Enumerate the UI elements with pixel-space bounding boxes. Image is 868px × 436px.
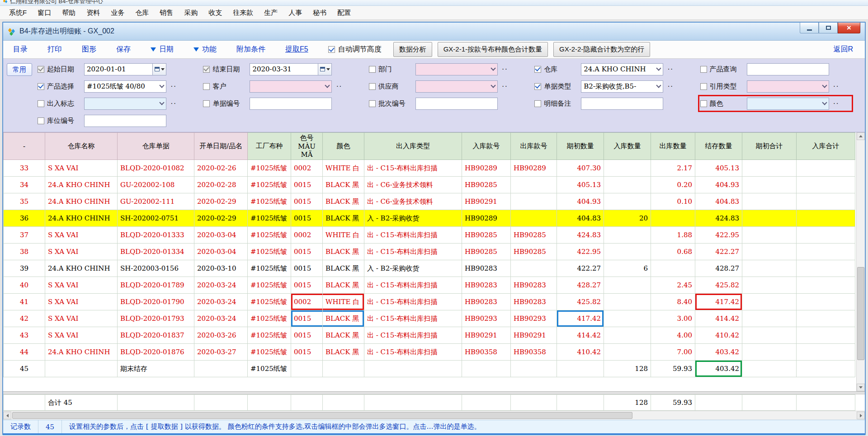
- cell[interactable]: BLACK 黑: [323, 344, 364, 361]
- cell[interactable]: BLACK 黑: [323, 210, 364, 227]
- scroll-up-button[interactable]: [857, 132, 865, 140]
- cell[interactable]: SH-202003-0156: [118, 260, 194, 277]
- toolbar-link[interactable]: 打印: [47, 45, 62, 54]
- column-header[interactable]: 入库合计: [797, 133, 855, 160]
- more-options-button[interactable]: ··: [502, 65, 508, 74]
- column-header[interactable]: 开单日期/品名: [194, 133, 248, 160]
- cell[interactable]: [364, 361, 462, 377]
- more-options-button[interactable]: ··: [833, 99, 839, 108]
- cell[interactable]: [194, 361, 248, 377]
- cell[interactable]: 2020-03-10: [194, 260, 248, 277]
- row-number[interactable]: 34: [4, 177, 45, 193]
- cell[interactable]: S XA VAI: [45, 244, 118, 260]
- cell[interactable]: [511, 193, 557, 210]
- cell[interactable]: 428.27: [557, 277, 604, 294]
- row-number[interactable]: 33: [4, 160, 45, 177]
- cell[interactable]: #1025纸皱: [248, 210, 291, 227]
- cell[interactable]: 404.83: [695, 193, 742, 210]
- cell[interactable]: S XA VAI: [45, 310, 118, 327]
- start-date-date-field[interactable]: 2020-01-01: [84, 63, 166, 75]
- cell[interactable]: [742, 361, 797, 377]
- cell[interactable]: [797, 160, 855, 177]
- cell[interactable]: HB90358: [462, 344, 511, 361]
- more-options-button[interactable]: ··: [667, 82, 673, 91]
- cell[interactable]: BLQD-2020-01082: [118, 160, 194, 177]
- cell[interactable]: #1025纸皱: [248, 160, 291, 177]
- cell[interactable]: 2020-03-24: [194, 310, 248, 327]
- cell[interactable]: HB90285: [462, 244, 511, 260]
- cell[interactable]: 422.95: [695, 227, 742, 244]
- cell[interactable]: [511, 177, 557, 193]
- cell[interactable]: 8.40: [651, 294, 695, 310]
- cell[interactable]: BLQD-2020-01837: [118, 327, 194, 344]
- cell[interactable]: 417.42: [557, 310, 604, 327]
- table-row[interactable]: 37S XA VAIBLQD-2020-013332020-03-04#1025…: [4, 227, 855, 244]
- cell[interactable]: 2020-02-29: [194, 193, 248, 210]
- cell[interactable]: GU-202002-111: [118, 193, 194, 210]
- cell[interactable]: #1025纸皱: [248, 294, 291, 310]
- toolbar-link[interactable]: 返回R: [833, 45, 853, 54]
- cell[interactable]: [604, 244, 651, 260]
- cell[interactable]: 出 - C15-布料出库扫描: [364, 310, 462, 327]
- cell[interactable]: #1025纸皱: [248, 327, 291, 344]
- table-row[interactable]: 45期末结存#1025纸皱12859.93403.42: [4, 361, 855, 377]
- cell[interactable]: #1025纸皱: [248, 177, 291, 193]
- cell[interactable]: 59.93: [651, 361, 695, 377]
- cell[interactable]: 2020-03-27: [194, 344, 248, 361]
- cell[interactable]: 425.82: [557, 294, 604, 310]
- cell[interactable]: 出 - C15-布料出库扫描: [364, 327, 462, 344]
- cell[interactable]: [45, 361, 118, 377]
- cell[interactable]: 0015: [291, 260, 323, 277]
- cell[interactable]: 出 - C15-布料出库扫描: [364, 227, 462, 244]
- cell[interactable]: HB90283: [511, 277, 557, 294]
- cell[interactable]: [742, 310, 797, 327]
- checkbox-icon[interactable]: [38, 117, 44, 124]
- cell[interactable]: 20: [604, 210, 651, 227]
- cell[interactable]: HB90289: [511, 160, 557, 177]
- cell[interactable]: 2020-03-26: [194, 327, 248, 344]
- column-header[interactable]: 入库款号: [462, 133, 511, 160]
- row-number[interactable]: 35: [4, 193, 45, 210]
- close-button[interactable]: ×: [838, 23, 860, 33]
- cell[interactable]: S XA VAI: [45, 160, 118, 177]
- table-row[interactable]: 4424.A KHO CHINHBLQD-2020-018762020-03-2…: [4, 344, 855, 361]
- cell[interactable]: 2020-02-29: [194, 210, 248, 227]
- cell[interactable]: 0.20: [651, 177, 695, 193]
- cell[interactable]: [604, 327, 651, 344]
- cell[interactable]: 410.42: [557, 344, 604, 361]
- cell[interactable]: [797, 227, 855, 244]
- checkbox-icon[interactable]: [369, 100, 376, 107]
- cell[interactable]: [797, 260, 855, 277]
- more-options-button[interactable]: ··: [170, 82, 176, 91]
- menu-item[interactable]: 配置: [332, 7, 356, 19]
- table-row[interactable]: 41S XA VAIBLQD-2020-017902020-03-24#1025…: [4, 294, 855, 310]
- menu-item[interactable]: 采购: [179, 7, 203, 19]
- more-options-button[interactable]: ··: [336, 82, 342, 91]
- cell[interactable]: 2020-02-26: [194, 160, 248, 177]
- cell[interactable]: 405.13: [695, 160, 742, 177]
- cell[interactable]: [797, 344, 855, 361]
- scroll-left-button[interactable]: [3, 412, 11, 419]
- row-number[interactable]: 42: [4, 310, 45, 327]
- cell[interactable]: 407.30: [557, 160, 604, 177]
- vertical-scrollbar-thumb[interactable]: [857, 267, 864, 360]
- detail-note-input-field[interactable]: [581, 98, 663, 110]
- cell[interactable]: [742, 210, 797, 227]
- cell[interactable]: #1025纸皱: [248, 344, 291, 361]
- table-row[interactable]: 38S XA VAIBLQD-2020-013342020-03-04#1025…: [4, 244, 855, 260]
- cell[interactable]: 0015: [291, 177, 323, 193]
- checkbox-icon[interactable]: [38, 83, 44, 90]
- column-header[interactable]: 出库数量: [651, 133, 695, 160]
- cell[interactable]: 0002: [291, 160, 323, 177]
- supplier-combo-field[interactable]: [415, 80, 498, 93]
- cell[interactable]: 0.10: [651, 193, 695, 210]
- cell[interactable]: [511, 361, 557, 377]
- cell[interactable]: [742, 260, 797, 277]
- maximize-button[interactable]: [819, 23, 838, 33]
- cell[interactable]: 404.93: [695, 177, 742, 193]
- cell[interactable]: S XA VAI: [45, 294, 118, 310]
- cell[interactable]: 2.17: [651, 160, 695, 177]
- row-number[interactable]: 45: [4, 361, 45, 377]
- cell[interactable]: [511, 260, 557, 277]
- row-number[interactable]: 37: [4, 227, 45, 244]
